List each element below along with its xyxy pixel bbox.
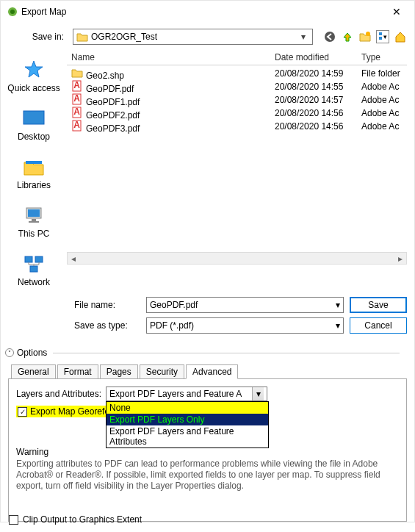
horizontal-scrollbar[interactable]: ◂ ▸: [67, 252, 407, 265]
svg-rect-14: [28, 209, 40, 217]
window-title: Export Map: [18, 7, 385, 17]
tab-bar: GeneralFormatPagesSecurityAdvanced: [1, 361, 414, 378]
layers-attrs-dropdown[interactable]: None Export PDF Layers Only Export PDF L…: [106, 401, 269, 448]
view-menu-button[interactable]: ▾: [376, 30, 389, 43]
file-name: GeoPDF.pdf: [86, 84, 134, 94]
new-folder-button[interactable]: [358, 30, 372, 43]
layers-attrs-label: Layers and Attributes:: [16, 389, 101, 399]
export-georef-checkbox[interactable]: ✓: [18, 407, 27, 417]
save-in-combo[interactable]: OGR2OGR_Test ▾: [73, 29, 313, 45]
place-label: Libraries: [17, 180, 51, 190]
file-row[interactable]: GeoPDF2.pdf20/08/2020 14:56Adobe Ac: [67, 107, 407, 120]
save-in-value: OGR2OGR_Test: [91, 32, 157, 42]
svg-rect-10: [24, 111, 44, 124]
tab-pages[interactable]: Pages: [100, 364, 138, 379]
svg-point-3: [10, 10, 15, 14]
saveastype-label: Save as type:: [74, 320, 140, 331]
svg-point-4: [325, 32, 335, 42]
file-row[interactable]: GeoPDF1.pdf20/08/2020 14:57Adobe Ac: [67, 93, 407, 107]
place-label: This PC: [18, 229, 50, 239]
options-expander[interactable]: ˅: [5, 348, 14, 357]
col-type[interactable]: Type: [357, 52, 407, 62]
warning-heading: Warning: [16, 447, 399, 457]
file-type: Adobe Ac: [357, 108, 407, 118]
scroll-right-arrow[interactable]: ▸: [394, 254, 406, 264]
pdf-icon: [71, 93, 83, 105]
file-date: 20/08/2020 14:56: [270, 121, 357, 132]
file-type: Adobe Ac: [357, 95, 407, 105]
folder-icon: [71, 67, 83, 79]
folder-icon: [76, 31, 88, 43]
saveastype-combo[interactable]: PDF (*.pdf) ▾: [146, 317, 344, 334]
file-type: Adobe Ac: [357, 82, 407, 92]
clip-output-label: Clip Output to Graphics Extent: [23, 514, 142, 525]
this-pc-icon: [22, 204, 46, 227]
desktop-icon: [22, 107, 46, 130]
back-button[interactable]: [323, 30, 336, 43]
tab-security[interactable]: Security: [140, 364, 184, 379]
svg-point-5: [366, 32, 370, 36]
up-button[interactable]: [341, 30, 354, 43]
filename-label: File name:: [74, 300, 140, 310]
places-bar: Quick access Desktop Libraries This PC N…: [1, 49, 67, 290]
option-layers-and-attrs[interactable]: Export PDF Layers and Feature Attributes: [107, 425, 268, 447]
pdf-icon: [71, 80, 83, 92]
col-name[interactable]: Name: [67, 52, 270, 62]
file-type: Adobe Ac: [357, 121, 407, 132]
file-list[interactable]: Geo2.shp20/08/2020 14:59File folderGeoPD…: [67, 65, 407, 251]
place-label: Desktop: [18, 132, 50, 142]
place-desktop[interactable]: Desktop: [4, 104, 63, 145]
file-row[interactable]: Geo2.shp20/08/2020 14:59File folder: [67, 67, 407, 80]
file-row[interactable]: GeoPDF.pdf20/08/2020 14:55Adobe Ac: [67, 80, 407, 93]
quick-access-icon: [22, 58, 46, 82]
tab-format[interactable]: Format: [57, 364, 98, 379]
save-button[interactable]: Save: [350, 297, 407, 313]
cancel-button[interactable]: Cancel: [350, 317, 407, 334]
svg-rect-18: [35, 256, 43, 262]
place-quick-access[interactable]: Quick access: [4, 55, 63, 96]
place-label: Network: [18, 277, 50, 287]
home-button[interactable]: [394, 30, 407, 43]
chevron-down-icon[interactable]: ▾: [336, 320, 340, 331]
tab-general[interactable]: General: [11, 364, 56, 379]
pdf-icon: [71, 107, 83, 118]
options-label: Options: [17, 348, 47, 358]
place-libraries[interactable]: Libraries: [4, 152, 63, 193]
place-this-pc[interactable]: This PC: [4, 201, 63, 242]
warning-text: Exporting attributes to PDF can lead to …: [16, 459, 399, 492]
svg-rect-6: [379, 32, 382, 35]
libraries-icon: [22, 155, 46, 179]
file-date: 20/08/2020 14:57: [270, 95, 357, 105]
place-network[interactable]: Network: [4, 249, 63, 290]
export-georef-label: Export Map Georefere: [30, 406, 118, 417]
option-layers-only[interactable]: Export PDF Layers Only: [107, 414, 268, 425]
file-date: 20/08/2020 14:56: [270, 108, 357, 118]
col-date[interactable]: Date modified: [270, 52, 357, 62]
scroll-left-arrow[interactable]: ◂: [68, 254, 79, 264]
file-name: GeoPDF2.pdf: [86, 110, 140, 121]
file-date: 20/08/2020 14:55: [270, 82, 357, 92]
save-in-label: Save in:: [8, 32, 68, 42]
close-button[interactable]: ✕: [385, 3, 408, 21]
chevron-down-icon[interactable]: ▾: [297, 32, 309, 42]
network-icon: [22, 252, 46, 276]
file-name: Geo2.shp: [86, 71, 124, 81]
svg-rect-16: [29, 221, 39, 223]
chevron-down-icon[interactable]: ▾: [336, 300, 340, 310]
tab-advanced[interactable]: Advanced: [186, 364, 238, 379]
layers-attrs-select[interactable]: Export PDF Layers and Feature Attributes…: [106, 387, 267, 401]
option-none[interactable]: None: [107, 402, 268, 414]
tab-panel-advanced: Layers and Attributes: Export PDF Layers…: [8, 378, 407, 522]
svg-rect-12: [26, 161, 42, 164]
clip-output-checkbox[interactable]: [9, 515, 18, 525]
filename-input[interactable]: GeoPDF.pdf ▾: [146, 297, 344, 313]
file-type: File folder: [357, 68, 407, 79]
file-name: GeoPDF3.pdf: [86, 123, 140, 134]
pdf-icon: [71, 120, 83, 132]
place-label: Quick access: [7, 83, 59, 93]
file-list-header[interactable]: Name Date modified Type: [67, 49, 407, 65]
svg-rect-8: [379, 37, 382, 40]
svg-rect-19: [30, 266, 37, 272]
file-row[interactable]: GeoPDF3.pdf20/08/2020 14:56Adobe Ac: [67, 120, 407, 133]
chevron-down-icon[interactable]: ▾: [252, 387, 264, 400]
